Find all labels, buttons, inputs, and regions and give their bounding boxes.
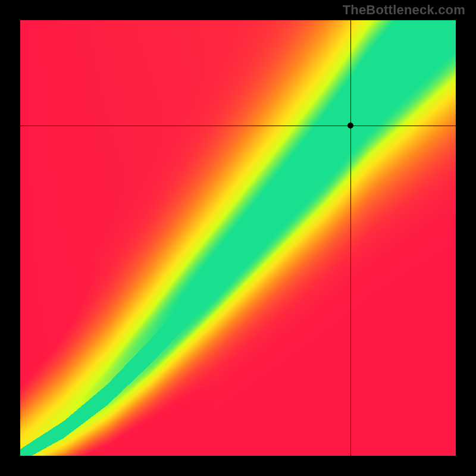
heatmap-canvas — [20, 20, 456, 456]
heatmap-plot — [20, 20, 456, 456]
chart-frame: TheBottleneck.com — [0, 0, 476, 476]
attribution-watermark: TheBottleneck.com — [343, 2, 465, 18]
